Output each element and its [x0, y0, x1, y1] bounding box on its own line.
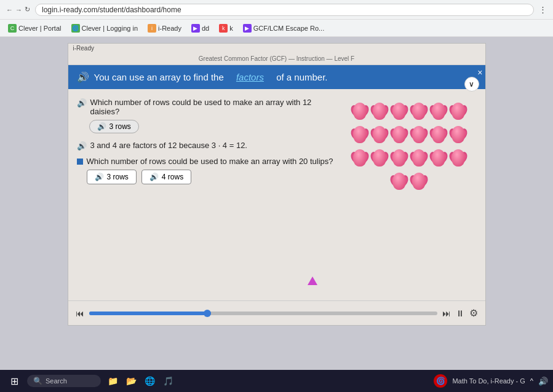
taskbar-chrome-icon[interactable]: 🌀 — [434, 374, 447, 388]
q2-answer-btn-3rows[interactable]: 🔊 3 rows — [87, 170, 137, 184]
flower-item — [351, 149, 368, 170]
flower-item — [450, 126, 467, 147]
flowers-grid — [341, 98, 477, 198]
taskbar-folder-icon[interactable]: 📂 — [123, 373, 139, 389]
content-area: 🔊 Which number of rows could be used to … — [68, 89, 485, 207]
flower-body — [392, 126, 406, 143]
flower-item — [430, 126, 447, 147]
bookmark-dd[interactable]: ▶ dd — [188, 23, 212, 34]
close-button[interactable]: × — [477, 68, 482, 77]
bookmark-clever-portal[interactable]: C Clever | Portal — [5, 23, 65, 34]
flower-body — [392, 173, 406, 190]
flower-item — [391, 173, 408, 194]
taskbar-browser-icon[interactable]: 🌐 — [141, 373, 157, 389]
flower-body — [452, 103, 465, 120]
nav-back-icon[interactable]: ← — [6, 6, 13, 14]
taskbar-chevron-icon[interactable]: ^ — [530, 377, 533, 385]
flower-item — [371, 103, 388, 123]
flower-item — [391, 149, 408, 170]
q1-answer-speaker-icon: 🔊 — [97, 122, 106, 131]
flower-item — [430, 103, 447, 123]
text-section: 🔊 Which number of rows could be used to … — [77, 98, 335, 198]
question2-header: Which number of rows could be used to ma… — [77, 157, 335, 166]
question1-text: 🔊 Which number of rows could be used to … — [77, 98, 335, 116]
flower-body — [412, 149, 426, 167]
flower-item — [410, 126, 428, 147]
clever-login-icon: 🌀 — [71, 24, 80, 33]
media-skip-forward-icon[interactable]: ⏭ — [442, 308, 451, 318]
q2-btn2-speaker-icon: 🔊 — [149, 173, 159, 181]
chevron-button[interactable]: ∨ — [464, 77, 479, 92]
question2-block: Which number of rows could be used to ma… — [77, 157, 335, 184]
taskbar-media-icon[interactable]: 🎵 — [160, 373, 176, 389]
taskbar-search-label: Search — [46, 377, 67, 385]
flower-section — [341, 98, 477, 198]
flower-body — [432, 103, 445, 120]
browser-nav-icons: ← → ↻ — [6, 6, 30, 14]
start-icon: ⊞ — [10, 375, 18, 387]
statement-block: 🔊 3 and 4 are factors of 12 because 3 · … — [77, 141, 335, 151]
browser-menu-icon[interactable]: ⋮ — [539, 5, 547, 14]
q1-text: Which number of rows could be used to ma… — [90, 98, 335, 116]
media-pause-icon[interactable]: ⏸ — [456, 308, 464, 318]
taskbar-files-icon[interactable]: 📁 — [105, 373, 121, 389]
bookmark-clever-login[interactable]: 🌀 Clever | Logging in — [68, 23, 141, 34]
q2-btn1-speaker-icon: 🔊 — [95, 173, 104, 181]
answer-buttons: 🔊 3 rows 🔊 4 rows — [87, 170, 335, 184]
media-skip-back-icon[interactable]: ⏮ — [76, 308, 84, 318]
url-bar[interactable]: login.i-ready.com/student/dashboard/home — [35, 4, 534, 16]
bookmark-gcflcm-label: GCF/LCM Escape Ro... — [253, 25, 325, 32]
bookmark-gcflcm[interactable]: ▶ GCF/LCM Escape Ro... — [240, 23, 328, 34]
bookmark-dd-label: dd — [202, 25, 209, 32]
iready-bookmark-icon: i — [148, 24, 156, 33]
q1-speaker-icon[interactable]: 🔊 — [77, 98, 87, 108]
flower-body — [373, 103, 386, 120]
progress-bar[interactable] — [89, 312, 437, 315]
taskbar: ⊞ 🔍 Search 📁 📂 🌐 🎵 🌀 Math To Do, i-Ready… — [0, 370, 553, 392]
taskbar-sound-icon[interactable]: 🔊 — [538, 377, 548, 386]
q2-btn2-label: 4 rows — [162, 173, 183, 181]
flower-body — [452, 149, 465, 167]
question1-block: 🔊 Which number of rows could be used to … — [77, 98, 335, 133]
flower-item — [410, 173, 428, 194]
flower-body — [373, 126, 386, 143]
flower-item — [410, 149, 428, 170]
q1-answer-badge[interactable]: 🔊 3 rows — [89, 120, 139, 133]
flower-item — [391, 126, 408, 147]
chevron-down-icon: ∨ — [469, 80, 474, 88]
flower-item — [351, 103, 368, 123]
q2-answer-btn-4rows[interactable]: 🔊 4 rows — [141, 170, 191, 184]
dd-icon: ▶ — [191, 24, 200, 33]
iready-panel: i-Ready Greatest Common Factor (GCF) — I… — [68, 43, 486, 326]
media-settings-icon[interactable]: ⚙ — [469, 307, 478, 319]
main-content: i-Ready Greatest Common Factor (GCF) — I… — [0, 37, 553, 370]
taskbar-search-icon: 🔍 — [33, 377, 42, 385]
nav-refresh-icon[interactable]: ↻ — [25, 6, 30, 14]
flower-body — [353, 103, 367, 120]
flower-body — [412, 173, 426, 190]
bookmark-iready[interactable]: i i-Ready — [145, 23, 185, 34]
flower-item — [410, 103, 428, 123]
taskbar-right: 🌀 Math To Do, i-Ready - G ^ 🔊 — [434, 374, 548, 388]
flower-body — [392, 149, 406, 167]
statement-speaker-icon[interactable]: 🔊 — [77, 141, 87, 151]
bookmark-k[interactable]: k k — [216, 23, 236, 34]
taskbar-search[interactable]: 🔍 Search — [27, 375, 101, 387]
flower-item — [371, 149, 388, 170]
bookmark-clever-login-label: Clever | Logging in — [82, 25, 138, 32]
nav-forward-icon[interactable]: → — [15, 6, 22, 14]
bookmark-k-label: k — [229, 25, 233, 32]
taskbar-app-label: Math To Do, i-Ready - G — [452, 377, 525, 385]
q1-answer-text: 3 rows — [109, 122, 131, 131]
banner-text-pre: You can use an array to find the — [94, 72, 224, 82]
bookmark-iready-label: i-Ready — [158, 25, 181, 32]
taskbar-icons: 📁 📂 🌐 🎵 — [105, 373, 176, 389]
start-button[interactable]: ⊞ — [5, 372, 23, 390]
flower-body — [432, 149, 445, 167]
flower-body — [353, 149, 367, 167]
gcflcm-icon: ▶ — [243, 24, 252, 33]
banner-speaker-icon[interactable]: 🔊 — [77, 71, 89, 83]
flower-body — [432, 126, 445, 143]
statement-text: 3 and 4 are factors of 12 because 3 · 4 … — [90, 141, 247, 151]
flower-body — [452, 126, 465, 143]
